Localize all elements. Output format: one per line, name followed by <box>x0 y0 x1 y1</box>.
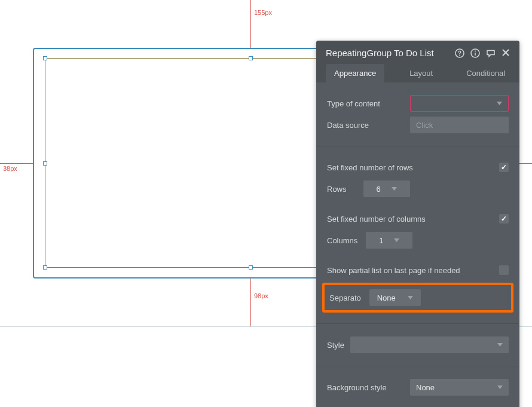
rows-label: Rows <box>327 185 347 194</box>
caret-down-icon <box>497 102 502 105</box>
type-of-content-label: Type of content <box>327 99 380 108</box>
fixed-rows-checkbox[interactable] <box>499 163 509 172</box>
data-source-label: Data source <box>327 121 369 130</box>
bg-style-value: None <box>416 383 435 392</box>
svg-rect-3 <box>475 53 476 56</box>
panel-header-icons <box>455 48 510 58</box>
separator-highlight: Separato None <box>322 283 513 313</box>
style-label: Style <box>327 341 344 350</box>
resize-handle-nw[interactable] <box>43 56 47 60</box>
caret-down-icon <box>497 343 503 347</box>
guide-vertical-top <box>250 0 251 48</box>
tab-conditional[interactable]: Conditional <box>458 64 513 82</box>
caret-down-icon <box>394 238 399 242</box>
data-source-placeholder: Click <box>416 121 433 130</box>
section-layout-settings: Set fixed number of rows Rows 6 Set fixe… <box>316 146 519 324</box>
section-data: Type of content Data source Click <box>316 82 519 146</box>
tab-layout[interactable]: Layout <box>401 64 441 82</box>
bg-style-label: Background style <box>327 383 387 392</box>
rows-value: 6 <box>376 185 380 194</box>
columns-label: Columns <box>327 236 357 245</box>
panel-tabs: Appearance Layout Conditional <box>326 64 510 82</box>
property-editor-panel[interactable]: RepeatingGroup To Do List Appearance Lay… <box>316 41 519 407</box>
guide-vertical-bottom <box>250 279 251 326</box>
caret-down-icon <box>408 296 413 299</box>
rows-dropdown[interactable]: 6 <box>363 180 410 197</box>
panel-header[interactable]: RepeatingGroup To Do List Appearance Lay… <box>316 41 519 82</box>
bg-style-dropdown[interactable]: None <box>410 379 509 396</box>
caret-down-icon <box>497 385 503 389</box>
svg-point-1 <box>459 54 460 56</box>
fixed-rows-label: Set fixed number of rows <box>327 163 413 172</box>
resize-handle-n[interactable] <box>249 56 253 60</box>
columns-value: 1 <box>379 236 383 245</box>
section-background: Background style None <box>316 366 519 407</box>
fixed-cols-label: Set fixed number of columns <box>327 215 426 224</box>
type-of-content-dropdown[interactable] <box>410 95 509 112</box>
partial-list-label: Show partial list on last page if needed <box>327 266 460 275</box>
close-icon[interactable] <box>502 48 510 58</box>
help-icon[interactable] <box>455 48 464 58</box>
separator-dropdown[interactable]: None <box>369 289 421 306</box>
tab-appearance[interactable]: Appearance <box>326 64 384 82</box>
style-dropdown[interactable] <box>350 336 509 353</box>
resize-handle-sw[interactable] <box>43 265 47 270</box>
data-source-input[interactable]: Click <box>410 117 509 133</box>
resize-handle-s[interactable] <box>249 265 253 270</box>
svg-point-4 <box>475 50 476 51</box>
columns-dropdown[interactable]: 1 <box>366 232 412 249</box>
comment-icon[interactable] <box>486 48 496 58</box>
guide-label-top: 155px <box>253 9 273 16</box>
caret-down-icon <box>392 187 397 191</box>
info-icon[interactable] <box>470 48 480 58</box>
panel-title: RepeatingGroup To Do List <box>326 48 434 58</box>
separator-label: Separato <box>329 293 361 302</box>
guide-horizontal-left <box>0 163 33 164</box>
fixed-cols-checkbox[interactable] <box>499 214 509 224</box>
resize-handle-w[interactable] <box>43 161 47 166</box>
section-style: Style <box>316 324 519 366</box>
separator-value: None <box>377 293 396 302</box>
guide-label-bottom: 98px <box>253 292 269 299</box>
guide-label-left: 38px <box>2 165 18 172</box>
partial-list-checkbox[interactable] <box>499 265 509 275</box>
